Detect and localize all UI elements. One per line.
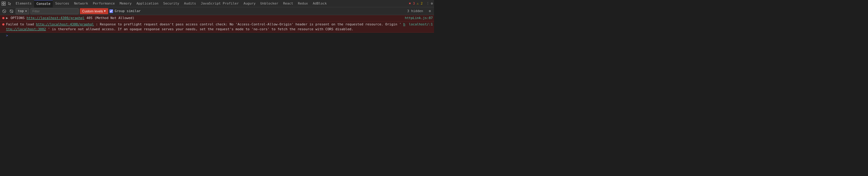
devtools-window: Elements Console Sources Network Perform…: [0, 0, 434, 136]
tab-memory[interactable]: Memory: [117, 0, 134, 7]
fail-text-2: ' is therefore not allowed access. If an…: [48, 27, 353, 31]
console-row-1: ● ▶ OPTIONS http://localhost:4300/graphq…: [0, 15, 434, 22]
tab-application[interactable]: Application: [134, 0, 161, 7]
custom-levels-button[interactable]: Custom levels ▾: [80, 8, 108, 14]
tab-augury[interactable]: Augury: [241, 0, 258, 7]
source-link-1[interactable]: httpLink.js:87: [405, 16, 433, 21]
console-settings-button[interactable]: ⚙: [427, 8, 433, 14]
devtools-nav: Elements Console Sources Network Perform…: [0, 0, 434, 7]
console-input-row: >: [0, 33, 434, 38]
tab-console[interactable]: Console: [34, 0, 53, 7]
svg-rect-1: [4, 2, 5, 3]
group-similar-label[interactable]: Group similar: [110, 9, 141, 13]
tab-security[interactable]: Security: [161, 0, 182, 7]
input-caret: >: [6, 33, 8, 37]
svg-line-5: [3, 10, 5, 12]
console-toolbar: top ▾ Custom levels ▾ Group similar 3 hi…: [0, 7, 434, 15]
badge-area: ✖ 3 ⚠ 2: [409, 1, 423, 5]
group-similar-text: Group similar: [115, 9, 141, 13]
tab-network[interactable]: Network: [72, 0, 90, 7]
filter-input[interactable]: [30, 8, 79, 14]
tab-adblock[interactable]: AdBlock: [310, 0, 329, 7]
tab-redux[interactable]: Redux: [296, 0, 310, 7]
warning-badge: ⚠ 2: [417, 1, 423, 5]
expand-arrow-1[interactable]: ▶: [6, 16, 8, 20]
hidden-count: 3 hidden: [407, 9, 423, 13]
message-content-1: ▶ OPTIONS http://localhost:4300/graphql …: [6, 16, 402, 21]
tab-react[interactable]: React: [281, 0, 296, 7]
console-messages: ● ▶ OPTIONS http://localhost:4300/graphq…: [0, 15, 434, 136]
svg-rect-0: [2, 2, 3, 3]
devtools-logo-icon: [1, 1, 6, 6]
chevron-down-icon: ▾: [104, 9, 106, 13]
fail-text-1: : Response to preflight request doesn't …: [96, 22, 401, 26]
tab-audits[interactable]: Audits: [182, 0, 198, 7]
fail-url-link[interactable]: http://localhost:4300/graphql: [36, 22, 94, 26]
clear-console-button[interactable]: [1, 8, 7, 14]
settings-icon[interactable]: ⚙: [431, 1, 433, 5]
fail-prefix: Failed to load: [6, 22, 36, 26]
custom-levels-label: Custom levels: [82, 9, 103, 13]
tab-elements[interactable]: Elements: [13, 0, 34, 7]
group-similar-checkbox[interactable]: [110, 9, 113, 13]
tab-js-profiler[interactable]: JavaScript Profiler: [198, 0, 241, 7]
error-badge: ✖ 3: [409, 1, 415, 5]
error-icon-2: ●: [1, 22, 5, 26]
chevron-down-icon: ▾: [25, 9, 27, 13]
context-selector[interactable]: top ▾: [16, 8, 29, 14]
status-text-1: 405 (Method Not Allowed): [87, 16, 134, 20]
console-row-2: ● Failed to load http://localhost:4300/g…: [0, 22, 434, 33]
more-tabs-button[interactable]: ⋮: [425, 1, 431, 5]
tab-sources[interactable]: Sources: [53, 0, 71, 7]
source-link-2[interactable]: localhost/:1: [409, 22, 433, 27]
svg-rect-3: [4, 4, 5, 5]
message-content-2: Failed to load http://localhost:4300/gra…: [6, 22, 407, 32]
context-value: top: [18, 9, 24, 13]
tab-performance[interactable]: Performance: [90, 0, 117, 7]
tab-unblocker[interactable]: Unblocker: [258, 0, 281, 7]
inspect-icon[interactable]: [7, 1, 12, 6]
svg-rect-2: [2, 4, 3, 5]
stop-recording-button[interactable]: [8, 8, 14, 14]
url-link-1[interactable]: http://localhost:4300/graphql: [27, 16, 84, 20]
error-icon-1: ●: [1, 16, 5, 20]
method-text-1: OPTIONS: [10, 16, 27, 20]
